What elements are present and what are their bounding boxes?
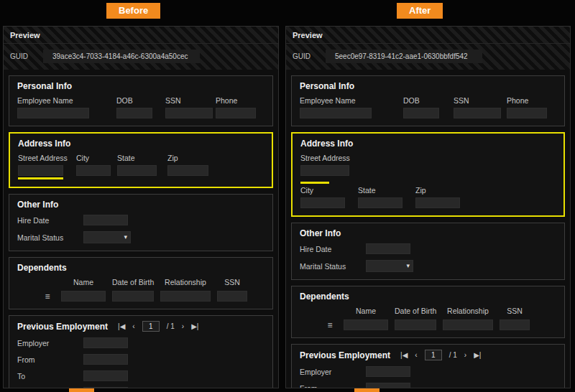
employer-input[interactable] [366, 366, 410, 377]
employee-name-input[interactable] [17, 108, 89, 118]
personal-info-fields: Employee Name DOB SSN Phone [17, 96, 264, 118]
ssn-input[interactable] [165, 108, 213, 118]
street-address-input[interactable] [18, 165, 63, 176]
dependent-ssn-input[interactable] [500, 319, 530, 330]
dependents-data-row: ≡ [323, 319, 556, 330]
marital-status-label: Marital Status [300, 262, 366, 271]
to-input[interactable] [83, 370, 128, 381]
from-input[interactable] [366, 383, 410, 388]
panel-before: Preview GUID 39ace3c4-7033-4184-a46c-630… [3, 26, 279, 388]
state-label: State [117, 154, 167, 162]
street-address-input[interactable] [300, 165, 349, 176]
pagination-controls: |◀ ‹ 1 / 1 › ▶| [400, 350, 481, 360]
section-dependents: Dependents Name Date of Birth Relationsh… [291, 286, 565, 338]
dependents-name-header: Name [61, 278, 106, 286]
employee-name-input[interactable] [300, 108, 372, 118]
section-previous-employment: Previous Employment |◀ ‹ 1 / 1 › ▶| Empl… [9, 315, 273, 388]
page-last-icon[interactable]: ▶| [474, 352, 481, 359]
employee-name-label: Employee Name [300, 96, 403, 105]
city-input[interactable] [76, 165, 111, 176]
hire-date-label: Hire Date [300, 245, 366, 253]
ssn-input[interactable] [454, 108, 501, 118]
to-label: To [17, 372, 83, 381]
dependent-dob-input[interactable] [395, 319, 436, 330]
chevron-down-icon: ▾ [406, 262, 410, 269]
cut-off-submit-button[interactable] [354, 388, 380, 392]
previous-employment-title: Previous Employment [300, 350, 390, 360]
state-input[interactable] [117, 165, 157, 176]
zip-label: Zip [167, 154, 211, 162]
other-info-title: Other Info [17, 200, 264, 210]
job-title-row: Job Title [17, 387, 264, 388]
section-personal-info: Personal Info Employee Name DOB SSN Phon… [291, 75, 565, 126]
guid-label: GUID [293, 52, 326, 60]
guid-row: GUID 5eec0e97-8319-41c2-aae1-0630bbfdf54… [286, 44, 570, 70]
cut-off-submit-button[interactable] [69, 388, 94, 392]
hire-date-row: Hire Date [17, 215, 264, 225]
marital-status-select[interactable]: ▾ [366, 260, 413, 272]
state-field: State [358, 186, 415, 208]
dependents-name-header: Name [344, 307, 388, 315]
guid-value: 5eec0e97-8319-41c2-aae1-0630bbfdf542 [326, 50, 482, 63]
page-number-input[interactable]: 1 [425, 350, 442, 360]
marital-status-label: Marital Status [17, 233, 83, 242]
page-last-icon[interactable]: ▶| [191, 323, 198, 330]
insertion-indicator [18, 177, 63, 179]
previous-employment-header: Previous Employment |◀ ‹ 1 / 1 › ▶| [300, 350, 556, 360]
dependent-relationship-input[interactable] [160, 291, 211, 302]
from-input[interactable] [83, 354, 128, 365]
dependent-relationship-input[interactable] [443, 319, 493, 330]
marital-status-select[interactable]: ▾ [83, 231, 131, 243]
street-address-field: Street Address [18, 154, 76, 179]
page-number-input[interactable]: 1 [142, 321, 160, 332]
dependents-relationship-header: Relationship [443, 307, 493, 315]
dependent-name-input[interactable] [344, 319, 388, 330]
page-first-icon[interactable]: |◀ [118, 323, 125, 330]
dob-input[interactable] [403, 108, 439, 118]
page-prev-icon[interactable]: ‹ [415, 352, 417, 359]
section-previous-employment: Previous Employment |◀ ‹ 1 / 1 › ▶| Empl… [291, 344, 565, 388]
page-prev-icon[interactable]: ‹ [132, 323, 134, 330]
phone-input[interactable] [507, 108, 547, 118]
city-label: City [300, 186, 358, 195]
drag-handle-icon[interactable]: ≡ [40, 291, 55, 302]
address-info-fields: City State Zip [300, 186, 556, 208]
section-other-info: Other Info Hire Date Marital Status ▾ [9, 194, 273, 251]
dependents-relationship-header: Relationship [160, 278, 211, 286]
address-info-title: Address Info [300, 139, 556, 149]
page-first-icon[interactable]: |◀ [400, 352, 408, 359]
phone-input[interactable] [216, 108, 256, 118]
hire-date-input[interactable] [366, 243, 410, 254]
city-input[interactable] [300, 197, 345, 208]
employer-row: Employer [300, 366, 556, 377]
previous-employment-header: Previous Employment |◀ ‹ 1 / 1 › ▶| [17, 321, 264, 332]
from-label: From [17, 355, 83, 364]
phone-field: Phone [216, 96, 259, 118]
dependents-header-row: Name Date of Birth Relationship SSN [323, 307, 556, 315]
employee-name-field: Employee Name [17, 96, 116, 118]
employer-input[interactable] [83, 337, 128, 348]
dependent-dob-input[interactable] [112, 291, 154, 302]
zip-input[interactable] [415, 197, 460, 208]
dependent-name-input[interactable] [61, 291, 106, 302]
marital-status-row: Marital Status ▾ [17, 231, 264, 243]
dob-input[interactable] [116, 108, 152, 118]
page-next-icon[interactable]: › [464, 352, 466, 359]
page-total-label: / 1 [167, 322, 175, 330]
zip-input[interactable] [167, 165, 208, 176]
previous-employment-title: Previous Employment [17, 322, 108, 332]
state-input[interactable] [358, 197, 402, 208]
page-next-icon[interactable]: › [182, 323, 184, 330]
to-row: To [17, 370, 264, 381]
hire-date-input[interactable] [83, 215, 128, 225]
employee-name-label: Employee Name [17, 96, 116, 105]
street-address-label: Street Address [300, 154, 556, 162]
section-address-info-highlighted: Address Info Street Address City State Z… [9, 132, 273, 188]
employer-label: Employer [300, 368, 366, 376]
dependent-ssn-input[interactable] [217, 291, 247, 302]
section-address-info-highlighted: Address Info Street Address City State Z… [291, 132, 565, 217]
chevron-down-icon: ▾ [124, 233, 127, 241]
drag-handle-icon[interactable]: ≡ [323, 320, 337, 330]
preview-header: Preview GUID 39ace3c4-7033-4184-a46c-630… [4, 27, 278, 70]
page-total-label: / 1 [449, 351, 457, 359]
